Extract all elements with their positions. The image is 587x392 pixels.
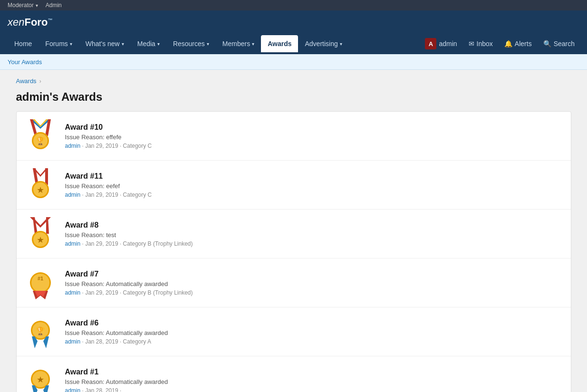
svg-marker-14 [33,217,38,234]
award-reason: Issue Reason: test [65,231,563,239]
svg-text:★: ★ [37,235,44,245]
list-item: ★ Award #11 Issue Reason: eefef admin · … [17,161,571,210]
main-nav: Home Forums ▾ What's new ▾ Media ▾ Resou… [8,33,579,54]
inbox-icon: ✉ [469,40,474,48]
award-meta: admin · Jan 29, 2019 · Category B (Troph… [65,240,563,247]
members-dropdown-arrow: ▾ [252,41,254,47]
media-dropdown-arrow: ▾ [157,41,160,47]
award-info-7: Award #7 Issue Reason: Automatically awa… [65,270,563,296]
resources-dropdown-arrow: ▾ [207,41,209,47]
nav-media[interactable]: Media ▾ [131,35,166,52]
user-menu[interactable]: A admin [420,33,462,54]
award-info-10: Award #10 Issue Reason: effefe admin · J… [65,123,563,149]
inbox-label: Inbox [477,40,493,48]
award-reason: Issue Reason: eefef [65,182,563,190]
award-info-6: Award #6 Issue Reason: Automatically awa… [65,319,563,345]
sub-nav: Your Awards [0,54,587,70]
awards-list: 🏆 Award #10 Issue Reason: effefe admin ·… [16,111,571,392]
award-name: Award #6 [65,319,563,327]
list-item: 🏆 Award #10 Issue Reason: effefe admin ·… [17,112,571,161]
award-name: Award #8 [65,221,563,229]
award-meta: admin · Jan 28, 2019 · [65,387,563,392]
site-header: xenForo™ Home Forums ▾ What's new ▾ Medi… [0,10,587,54]
award-meta-user-link[interactable]: admin [65,143,81,149]
award-reason: Issue Reason: Automatically awarded [65,378,563,385]
alerts-label: Alerts [515,40,532,48]
user-avatar: A [425,38,436,49]
nav-awards[interactable]: Awards [261,35,298,52]
site-logo[interactable]: xenForo™ [8,16,52,29]
page-title: admin's Awards [16,90,571,104]
logo-foro: Foro [24,16,48,28]
admin-link[interactable]: Admin [46,2,62,9]
forums-dropdown-arrow: ▾ [70,41,72,47]
moderator-menu[interactable]: Moderator [8,2,38,9]
award-reason: Issue Reason: effefe [65,134,563,141]
award-badge-1: ★ [24,364,58,392]
whats-new-dropdown-arrow: ▾ [122,41,124,47]
list-item: 🏆 Award #6 Issue Reason: Automatically a… [17,307,571,356]
username-label: admin [439,40,457,48]
award-meta-user-link[interactable]: admin [65,387,81,392]
award-meta: admin · Jan 29, 2019 · Category B (Troph… [65,289,563,296]
award-meta-user-link[interactable]: admin [65,338,81,345]
inbox-link[interactable]: ✉ Inbox [464,35,498,52]
search-icon: 🔍 [543,40,551,48]
search-label: Search [554,40,575,48]
svg-marker-15 [46,217,49,234]
breadcrumb-sep: › [39,78,41,85]
content-area: Awards › admin's Awards [9,70,579,392]
your-awards-link[interactable]: Your Awards [8,58,42,66]
award-meta-user-link[interactable]: admin [65,191,81,198]
award-info-1: Award #1 Issue Reason: Automatically awa… [65,368,563,392]
logo-xen: xen [8,16,24,28]
nav-resources[interactable]: Resources ▾ [166,35,216,52]
award-reason: Issue Reason: Automatically awarded [65,329,563,336]
award-badge-10: 🏆 [24,119,58,153]
award-info-11: Award #11 Issue Reason: eefef admin · Ja… [65,172,563,198]
nav-advertising[interactable]: Advertising ▾ [298,35,348,52]
nav-right: A admin ✉ Inbox 🔔 Alerts 🔍 Search [420,33,579,54]
advertising-dropdown-arrow: ▾ [340,41,342,47]
award-reason: Issue Reason: Automatically awarded [65,280,563,287]
admin-bar: Moderator Admin [0,0,587,10]
award-name: Award #11 [65,172,563,181]
list-item: ★ Award #8 Issue Reason: test admin · Ja… [17,210,571,258]
list-item: ★ Award #1 Issue Reason: Automatically a… [17,356,571,392]
logo-tm: ™ [48,18,52,23]
breadcrumb-awards-link[interactable]: Awards [16,77,37,85]
svg-text:🏆: 🏆 [36,136,45,145]
svg-text:★: ★ [37,185,44,195]
award-badge-6: 🏆 [24,315,58,348]
award-badge-7: #1 [24,266,58,299]
award-meta-user-link[interactable]: admin [65,289,81,296]
award-meta: admin · Jan 29, 2019 · Category C [65,143,563,149]
nav-members[interactable]: Members ▾ [216,35,261,52]
svg-text:★: ★ [37,375,44,384]
award-meta: admin · Jan 28, 2019 · Category A [65,338,563,345]
breadcrumb: Awards › [16,77,571,85]
nav-forums[interactable]: Forums ▾ [38,35,78,52]
svg-text:🏆: 🏆 [36,326,45,335]
award-name: Award #10 [65,123,563,132]
award-info-8: Award #8 Issue Reason: test admin · Jan … [65,221,563,247]
award-name: Award #7 [65,270,563,278]
list-item: #1 Award #7 Issue Reason: Automatically … [17,258,571,307]
alerts-link[interactable]: 🔔 Alerts [500,35,537,52]
nav-whats-new[interactable]: What's new ▾ [79,35,131,52]
award-badge-11: ★ [24,168,58,201]
nav-left: Home Forums ▾ What's new ▾ Media ▾ Resou… [8,35,420,52]
svg-text:#1: #1 [38,276,43,281]
award-meta-user-link[interactable]: admin [65,240,81,247]
award-badge-8: ★ [24,217,58,250]
search-link[interactable]: 🔍 Search [539,35,579,52]
award-name: Award #1 [65,368,563,376]
award-meta: admin · Jan 29, 2019 · Category C [65,191,563,198]
alerts-icon: 🔔 [504,40,512,48]
nav-home[interactable]: Home [8,35,38,52]
svg-marker-9 [45,168,48,185]
